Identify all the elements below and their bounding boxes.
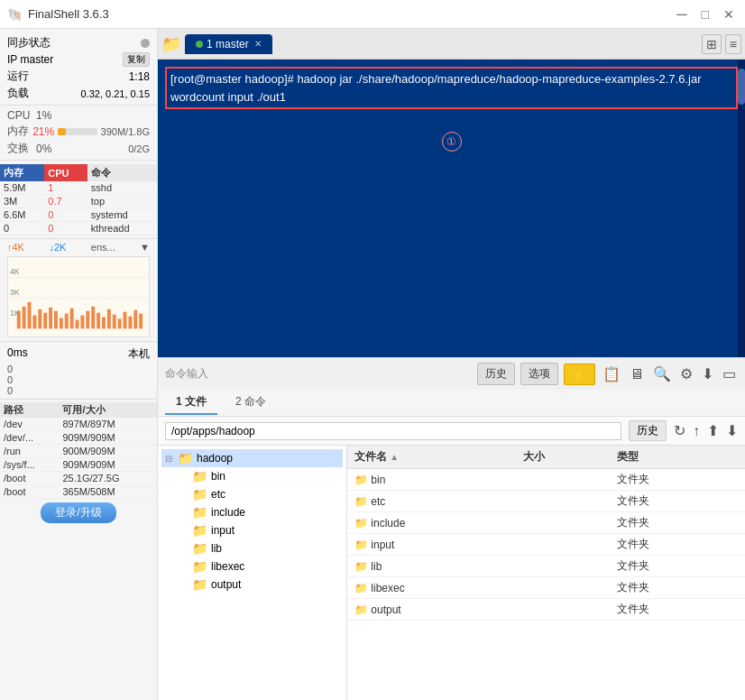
fm-files: 文件名 ▲ 大小 类型 📁 bin文件夹📁 etc文件夹📁 include文件夹…	[347, 446, 745, 700]
load-value: 0.32, 0.21, 0.15	[81, 88, 150, 99]
swap-value: 0%	[36, 143, 61, 155]
app-icon: 🐚	[7, 7, 23, 22]
svg-rect-17	[86, 311, 89, 329]
svg-rect-16	[80, 316, 84, 329]
fm-file-table: 文件名 ▲ 大小 类型 📁 bin文件夹📁 etc文件夹📁 include文件夹…	[347, 446, 745, 621]
sync-status-row: 同步状态	[0, 34, 157, 51]
fm-tree: ⊟ 📁 hadoop 📁 bin 📁 etc	[158, 446, 347, 700]
history-button[interactable]: 历史	[477, 363, 515, 385]
tree-item-libexec[interactable]: 📁 libexec	[161, 557, 343, 576]
tab-close-icon[interactable]: ✕	[254, 39, 262, 49]
close-btn[interactable]: ✕	[720, 7, 738, 22]
copy-button[interactable]: 复制	[123, 52, 150, 67]
tree-item-input[interactable]: 📁 input	[161, 521, 343, 539]
file-tab-1[interactable]: 1 文件	[165, 391, 217, 415]
file-row[interactable]: 📁 output文件夹	[347, 599, 745, 621]
fm-content: ⊟ 📁 hadoop 📁 bin 📁 etc	[158, 446, 745, 700]
copy-icon-button[interactable]: 📋	[601, 365, 622, 382]
disk-size-header: 可用/大小	[59, 402, 157, 418]
file-tabs: 1 文件 2 命令	[158, 390, 745, 417]
window-icon-button[interactable]: ▭	[721, 365, 738, 382]
mem-detail: 390M/1.8G	[101, 126, 150, 137]
svg-rect-11	[54, 311, 58, 329]
mem-value: 21%	[32, 125, 54, 138]
terminal-scrollbar-thumb[interactable]	[738, 69, 745, 105]
file-row[interactable]: 📁 input文件夹	[347, 534, 745, 556]
file-type: 文件夹	[610, 556, 731, 577]
running-value: 1:18	[129, 70, 150, 83]
file-tab-2[interactable]: 2 命令	[225, 391, 277, 415]
fm-path-bar: 历史 ↻ ↑ ⬆ ⬇	[158, 417, 745, 446]
process-table-body: 5.9M1sshd3M0.7top6.6M0systemd00kthreadd	[0, 181, 157, 235]
chart-down-label: ↓2K	[49, 242, 66, 253]
mem-bar-fill	[58, 128, 66, 135]
svg-rect-9	[43, 313, 47, 329]
latency-label: 0ms	[7, 346, 28, 362]
minimize-btn[interactable]: ─	[673, 6, 690, 23]
terminal[interactable]: [root@master hadoop]# hadoop jar ./share…	[158, 60, 745, 357]
svg-rect-21	[107, 309, 111, 329]
content-area: 📁 1 master ✕ ⊞ ≡ [root@master hadoop]# h…	[158, 29, 745, 700]
search-icon-button[interactable]: 🔍	[651, 365, 673, 382]
latency-values: 0 0 0	[0, 364, 157, 396]
file-row[interactable]: 📁 libexec文件夹	[347, 577, 745, 599]
folder-icon-bin: 📁	[192, 469, 207, 484]
tab-master[interactable]: 1 master ✕	[185, 34, 272, 54]
fm-download-btn[interactable]: ⬇	[726, 422, 738, 439]
file-name: 📁 bin	[347, 469, 516, 491]
svg-rect-26	[133, 310, 137, 329]
maximize-btn[interactable]: □	[698, 7, 713, 22]
disk-size: 900M/909M	[59, 445, 157, 458]
proc-mem: 6.6M	[0, 208, 44, 222]
grid-view-btn[interactable]: ⊞	[702, 34, 722, 54]
lightning-button[interactable]: ⚡	[564, 364, 595, 385]
fm-upload-btn[interactable]: ⬆	[707, 422, 719, 439]
upgrade-button[interactable]: 登录/升级	[41, 502, 115, 523]
file-manager: 历史 ↻ ↑ ⬆ ⬇ ⊟ 📁 hadoop 📁	[158, 417, 745, 700]
svg-rect-7	[32, 316, 36, 329]
tree-item-hadoop[interactable]: ⊟ 📁 hadoop	[161, 449, 343, 467]
load-label: 负载	[7, 86, 29, 101]
terminal-scrollbar[interactable]	[738, 60, 745, 357]
file-type: 文件夹	[610, 469, 731, 491]
ip-row: IP master 复制	[0, 51, 157, 68]
file-row[interactable]: 📁 etc文件夹	[347, 491, 745, 512]
folder-icon-lib: 📁	[192, 541, 207, 556]
tree-item-bin[interactable]: 📁 bin	[161, 467, 343, 485]
tree-item-lib[interactable]: 📁 lib	[161, 539, 343, 557]
file-row[interactable]: 📁 bin文件夹	[347, 469, 745, 491]
file-size	[516, 556, 609, 577]
proc-mem: 5.9M	[0, 181, 44, 195]
cpu-value: 1%	[36, 109, 61, 122]
tree-item-include[interactable]: 📁 include	[161, 503, 343, 521]
settings-icon-button[interactable]: ⚙	[678, 365, 694, 382]
svg-rect-5	[23, 307, 26, 329]
chart-dropdown-icon[interactable]: ▼	[140, 242, 150, 253]
fm-path-input[interactable]	[165, 422, 621, 440]
sidebar: 同步状态 IP master 复制 运行 1:18 负载 0.32, 0.21,…	[0, 29, 158, 700]
tree-label-output: output	[211, 578, 241, 591]
proc-cpu: 0	[44, 208, 87, 222]
list-view-btn[interactable]: ≡	[725, 34, 741, 54]
folder-icon-etc: 📁	[192, 487, 207, 502]
svg-rect-18	[91, 307, 95, 329]
disk-path: /boot	[0, 485, 59, 499]
proc-cpu: 0.7	[44, 195, 87, 208]
file-name: 📁 input	[347, 534, 516, 556]
disk-row: /boot365M/508M	[0, 485, 157, 499]
fm-refresh-btn[interactable]: ↻	[674, 422, 685, 439]
mem-bar-bg	[58, 128, 97, 135]
file-row[interactable]: 📁 lib文件夹	[347, 556, 745, 577]
svg-text:3K: 3K	[10, 288, 20, 297]
folder-icon[interactable]: 📁	[161, 34, 181, 54]
download-icon-button[interactable]: ⬇	[700, 365, 715, 382]
fm-history-btn[interactable]: 历史	[629, 420, 667, 441]
tree-item-output[interactable]: 📁 output	[161, 576, 343, 594]
cmd-input-label: 命令输入	[165, 366, 208, 382]
disk-table-body: /dev897M/897M/dev/...909M/909M/run900M/9…	[0, 418, 157, 499]
options-button[interactable]: 选项	[520, 363, 558, 385]
file-row[interactable]: 📁 include文件夹	[347, 512, 745, 534]
fm-up-btn[interactable]: ↑	[693, 423, 700, 439]
tree-item-etc[interactable]: 📁 etc	[161, 485, 343, 503]
monitor-icon-button[interactable]: 🖥	[628, 366, 646, 382]
